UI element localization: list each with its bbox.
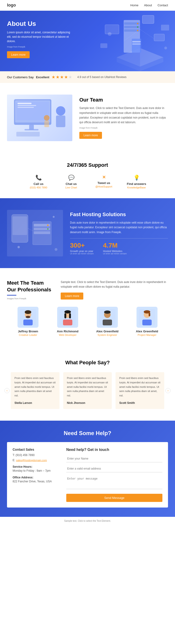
rating-detail: 4.9 out of 5 based on UltaHost Reviews: [77, 76, 126, 79]
testimonial-card-3: Proin sed libero enim sed faucibus turpi…: [115, 372, 164, 409]
member-2: Ann Richmond Web Developer: [50, 307, 85, 336]
contact-name-input[interactable]: [66, 455, 162, 462]
support-find-sub: KnowledgeBase: [125, 186, 148, 189]
stat-growth-sub: Ut enim ad minim veniam: [70, 252, 94, 255]
support-section: 24/7/365 Support 📞 Call us (010) 456 789…: [0, 153, 175, 198]
our-team-section: Our Team Sample text. Click to select th…: [0, 83, 175, 153]
svg-point-60: [104, 310, 111, 314]
svg-point-33: [44, 115, 50, 121]
meet-title: Meet The TeamOur Professionals: [7, 280, 54, 293]
support-chat: 💬 Chat us Live Chart: [60, 175, 83, 189]
hosting-content: Fast Hosting Solutions Duis aute irure d…: [70, 212, 168, 255]
contact-message-input[interactable]: [66, 475, 162, 489]
member-3-name: Alex Greenfield: [90, 330, 125, 333]
svg-point-45: [53, 216, 55, 218]
svg-rect-27: [18, 107, 34, 108]
svg-rect-55: [64, 313, 66, 318]
hosting-stats: 300+ Growth year on year Ut enim ad mini…: [70, 238, 168, 255]
meet-desc-text: Sample text. Click to select the Text El…: [61, 280, 168, 289]
call-icon: 📞: [27, 175, 50, 181]
contact-email-input[interactable]: [66, 465, 162, 472]
find-icon: 💡: [125, 175, 148, 181]
hero-text: About Us Lorem ipsum dolor sit amet, con…: [7, 20, 72, 58]
svg-rect-15: [132, 43, 141, 45]
support-tweet: ✕ Tweet us @HostSupport: [92, 175, 115, 189]
svg-rect-40: [34, 231, 50, 234]
testimonial-2-text: Proin sed libero enim sed faucibus turpi…: [67, 376, 108, 398]
nav-about[interactable]: About: [144, 4, 152, 7]
testimonials-next-button[interactable]: ›: [165, 388, 170, 393]
contact-email-link[interactable]: sales@hostingdomain.com: [16, 459, 47, 462]
support-call-sub: (010) 456 7890: [27, 186, 50, 189]
svg-point-49: [25, 310, 31, 314]
svg-point-6: [137, 30, 138, 31]
support-title: 24/7/365 Support: [7, 162, 168, 168]
contact-inner: Contact Sales T: (910) 456 7890 E: sales…: [7, 442, 168, 508]
meet-description: Sample text. Click to select the Text El…: [61, 280, 168, 300]
svg-point-54: [64, 310, 71, 314]
logo: logo: [7, 3, 16, 8]
svg-rect-14: [132, 41, 141, 42]
member-1-role: Creative Leader: [11, 334, 46, 336]
hosting-title: Fast Hosting Solutions: [70, 212, 168, 218]
testimonial-2-author: Nick Jhonson: [67, 400, 108, 405]
member-3-role: System Engineer: [90, 334, 125, 336]
support-find-title: Find answers: [125, 182, 148, 186]
member-2-avatar: [57, 307, 78, 328]
member-1-avatar: [18, 307, 39, 328]
svg-rect-26: [18, 105, 36, 106]
stat-growth: 300+ Growth year on year Ut enim ad mini…: [70, 242, 94, 255]
contact-address: 822 Fancher Drive, Texas, USA: [13, 479, 59, 484]
footer-text: Sample text. Click to select the Text El…: [7, 520, 168, 522]
contact-hours-title: Service Hours:: [13, 465, 59, 468]
stat-hosted: 4.7M Hosted Websites Ut enim ad minim ve…: [103, 242, 127, 255]
nav-contact[interactable]: Contact: [157, 4, 168, 7]
svg-rect-57: [63, 320, 72, 326]
svg-line-17: [140, 29, 154, 39]
svg-rect-51: [23, 320, 33, 326]
chat-icon: 💬: [60, 175, 83, 181]
team-content: Our Team Sample text. Click to select th…: [79, 97, 168, 139]
team-title: Our Team: [79, 97, 168, 103]
hero-img-credit: Image from Freepik: [7, 46, 72, 48]
navbar: logo Home About Contact: [0, 0, 175, 11]
testimonials-section: What People Say? ‹ Proin sed libero enim…: [0, 348, 175, 421]
svg-marker-11: [140, 48, 163, 71]
nav-home[interactable]: Home: [130, 4, 139, 7]
svg-point-5: [137, 26, 138, 28]
meet-team-top: Meet The TeamOur Professionals Images fr…: [7, 280, 168, 300]
member-1-name: Jeffrey Brown: [11, 330, 46, 333]
contact-form-title: Need help? Get in touch: [66, 448, 162, 452]
svg-point-4: [137, 23, 138, 24]
tweet-icon: ✕: [92, 175, 115, 180]
testimonials-prev-button[interactable]: ‹: [5, 388, 10, 393]
member-3-avatar: [97, 307, 118, 328]
member-1: Jeffrey Brown Creative Leader: [11, 307, 46, 336]
hero-learn-more-button[interactable]: Learn more: [7, 51, 30, 58]
team-learn-more-button[interactable]: Learn more: [79, 132, 102, 139]
meet-learn-more-button[interactable]: Learn more: [61, 292, 83, 300]
svg-rect-18: [100, 43, 107, 48]
testimonials-title: What People Say?: [7, 360, 168, 366]
member-4-role: Project Manager: [129, 334, 164, 336]
svg-rect-31: [56, 116, 65, 127]
svg-point-46: [55, 248, 57, 251]
rating-excellent: Excellent: [36, 76, 49, 79]
svg-rect-28: [29, 125, 34, 130]
support-chat-title: Chat us: [60, 182, 83, 186]
rating-stars: ★★★★★: [52, 74, 73, 80]
contact-send-button[interactable]: Send Message: [66, 494, 162, 502]
support-call: 📞 Call us (010) 456 7890: [27, 175, 50, 189]
svg-point-42: [47, 228, 49, 230]
hero-description: Lorem ipsum dolor sit amet, consectetur …: [7, 30, 72, 44]
testimonials-wrapper: ‹ Proin sed libero enim sed faucibus tur…: [7, 372, 168, 409]
stat-growth-label: Growth year on year: [70, 250, 94, 252]
hero-section: About Us Lorem ipsum dolor sit amet, con…: [0, 11, 175, 71]
svg-rect-65: [149, 313, 150, 316]
contact-hours: Monday to Friday : 9am – 7pm: [13, 468, 59, 474]
svg-point-20: [108, 32, 111, 36]
svg-rect-36: [13, 216, 27, 235]
svg-point-21: [164, 46, 167, 50]
support-chat-sub: Live Chart: [60, 186, 83, 189]
svg-point-44: [18, 246, 20, 248]
